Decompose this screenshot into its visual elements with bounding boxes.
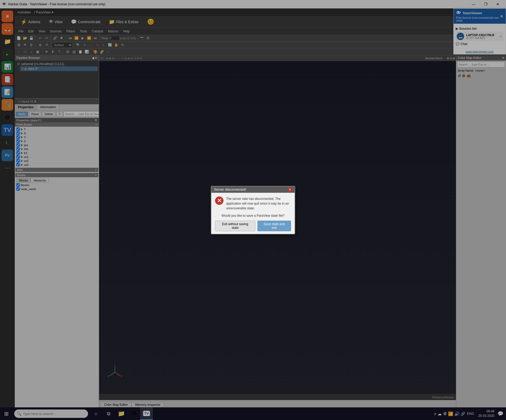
save-state-and-exit-button[interactable]: Save state and exit (257, 221, 291, 231)
dialog-body: ✕ The server side has disconnected. The … (211, 193, 295, 234)
dialog-message: The server side has disconnected. The ap… (226, 196, 291, 211)
dialog-buttons: Exit without saving state Save state and… (215, 221, 291, 231)
dialog-overlay: Server disconnected! ✕ ✕ The server side… (0, 0, 506, 420)
dialog-close-button[interactable]: ✕ (288, 187, 292, 192)
dialog-question: Would you like to save a ParaView state … (215, 214, 291, 218)
dialog-icon-row: ✕ The server side has disconnected. The … (215, 196, 291, 211)
server-disconnected-dialog: Server disconnected! ✕ ✕ The server side… (211, 186, 295, 234)
exit-without-saving-button[interactable]: Exit without saving state (215, 221, 255, 231)
error-icon: ✕ (215, 196, 223, 205)
dialog-title: Server disconnected! (214, 187, 246, 191)
dialog-titlebar: Server disconnected! ✕ (211, 186, 295, 193)
